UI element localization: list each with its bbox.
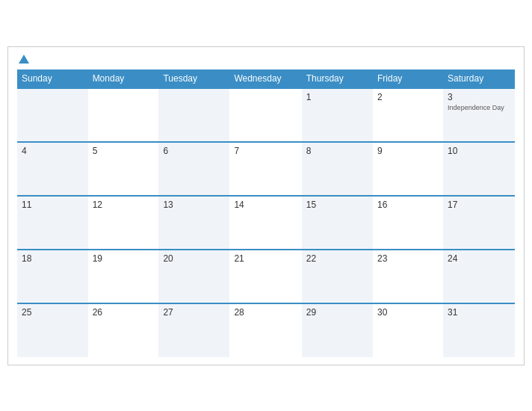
day-cell: 30 — [373, 303, 443, 357]
day-number: 30 — [377, 307, 439, 318]
calendar-container: SundayMondayTuesdayWednesdayThursdayFrid… — [7, 46, 525, 365]
day-cell: 26 — [88, 303, 159, 357]
day-number: 23 — [377, 253, 439, 264]
day-number: 19 — [93, 253, 155, 264]
day-number: 27 — [163, 307, 225, 318]
day-number: 14 — [234, 200, 297, 210]
day-number: 22 — [306, 253, 368, 264]
day-number: 31 — [448, 307, 510, 318]
day-cell — [17, 88, 88, 142]
logo-triangle-icon — [19, 55, 29, 64]
day-cell — [88, 88, 159, 142]
week-row-4: 18192021222324 — [17, 250, 515, 303]
day-number: 8 — [306, 146, 368, 156]
day-number: 28 — [234, 307, 297, 318]
day-cell: 20 — [158, 250, 229, 303]
day-number: 29 — [306, 307, 368, 318]
day-number: 6 — [163, 146, 225, 156]
day-cell: 7 — [229, 142, 301, 196]
day-number: 17 — [448, 200, 510, 210]
day-cell: 16 — [373, 196, 443, 250]
day-number: 15 — [306, 200, 368, 210]
day-number: 12 — [93, 200, 155, 210]
day-cell: 22 — [302, 250, 373, 303]
day-number: 20 — [163, 253, 225, 264]
day-cell: 21 — [229, 250, 301, 303]
day-cell: 25 — [17, 303, 88, 357]
day-header-tuesday: Tuesday — [158, 69, 229, 88]
day-header-sunday: Sunday — [17, 69, 88, 88]
day-cell: 15 — [302, 196, 373, 250]
day-number: 9 — [377, 146, 439, 156]
days-header-row: SundayMondayTuesdayWednesdayThursdayFrid… — [17, 69, 515, 88]
day-number: 24 — [448, 253, 510, 264]
day-cell: 19 — [88, 250, 159, 303]
week-row-1: 123Independence Day — [17, 88, 515, 142]
day-number: 4 — [22, 146, 84, 156]
week-row-2: 45678910 — [17, 142, 515, 196]
day-number: 18 — [22, 253, 84, 264]
day-number: 7 — [234, 146, 297, 156]
day-number: 1 — [306, 92, 368, 102]
day-number: 13 — [163, 200, 225, 210]
day-number: 5 — [93, 146, 155, 156]
day-cell: 5 — [88, 142, 159, 196]
day-header-friday: Friday — [373, 69, 443, 88]
day-cell: 23 — [373, 250, 443, 303]
day-number: 3 — [448, 92, 510, 102]
day-cell: 17 — [443, 196, 515, 250]
calendar-table: SundayMondayTuesdayWednesdayThursdayFrid… — [17, 69, 515, 357]
day-number: 2 — [377, 92, 439, 102]
day-cell: 2 — [373, 88, 443, 142]
week-row-3: 11121314151617 — [17, 196, 515, 250]
day-cell: 14 — [229, 196, 301, 250]
day-header-thursday: Thursday — [302, 69, 373, 88]
day-cell: 18 — [17, 250, 88, 303]
day-cell: 12 — [88, 196, 159, 250]
day-cell — [158, 88, 229, 142]
day-cell: 28 — [229, 303, 301, 357]
day-cell: 10 — [443, 142, 515, 196]
day-cell: 27 — [158, 303, 229, 357]
day-cell: 9 — [373, 142, 443, 196]
day-cell: 8 — [302, 142, 373, 196]
day-cell: 11 — [17, 196, 88, 250]
week-row-5: 25262728293031 — [17, 303, 515, 357]
day-number: 25 — [22, 307, 84, 318]
day-cell: 29 — [302, 303, 373, 357]
day-cell: 31 — [443, 303, 515, 357]
day-number: 11 — [22, 200, 84, 210]
day-header-wednesday: Wednesday — [229, 69, 301, 88]
day-number: 10 — [448, 146, 510, 156]
logo — [17, 55, 31, 64]
day-header-saturday: Saturday — [443, 69, 515, 88]
day-cell: 1 — [302, 88, 373, 142]
day-cell: 24 — [443, 250, 515, 303]
day-cell: 4 — [17, 142, 88, 196]
day-cell: 13 — [158, 196, 229, 250]
day-number: 16 — [377, 200, 439, 210]
day-number: 21 — [234, 253, 297, 264]
day-cell: 3Independence Day — [443, 88, 515, 142]
day-header-monday: Monday — [88, 69, 159, 88]
calendar-header — [17, 55, 515, 64]
day-cell — [229, 88, 301, 142]
day-number: 26 — [93, 307, 155, 318]
holiday-label: Independence Day — [448, 104, 510, 112]
day-cell: 6 — [158, 142, 229, 196]
